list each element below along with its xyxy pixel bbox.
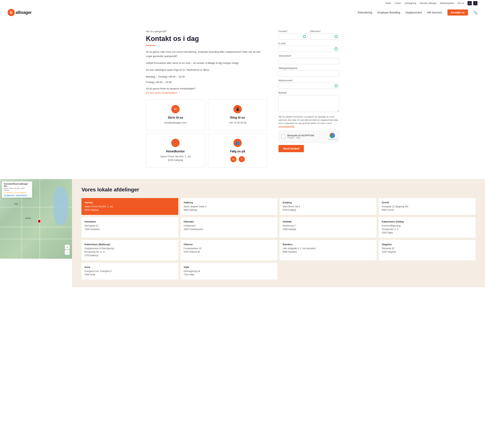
map-col: Aarhus Tilst Lystrup Konsulentthuset bal… bbox=[0, 179, 72, 259]
linkedin-icon[interactable]: in bbox=[468, 1, 472, 5]
nav-outplacement[interactable]: Outplacement bbox=[405, 11, 422, 14]
office-holbaek-name: Holbæk bbox=[283, 220, 374, 223]
office-slagelse-name: Slagelse bbox=[382, 243, 472, 246]
office-odense-addr: Forskerparken 10 bbox=[183, 247, 274, 250]
offices-row-3: København (Ballerup) Outplacement & Rekr… bbox=[81, 240, 476, 260]
logo[interactable]: b allisager bbox=[8, 9, 32, 16]
zoom-in-button[interactable]: + bbox=[65, 245, 70, 250]
contact-subtitle: Har du spørgsmål? bbox=[146, 30, 267, 33]
office-grena-addr: Korsgade 22 (Bygning 26) bbox=[382, 205, 472, 208]
office-holstebro[interactable]: Holstebro Nørregade 51 7500 Holstebro bbox=[81, 217, 178, 238]
office-grena-city: 8500 Grenå bbox=[382, 208, 472, 212]
virksomhed-group: Virksomhed* bbox=[278, 55, 339, 64]
office-kbh-valby[interactable]: København (Valby) Karriererådgivning: To… bbox=[379, 217, 476, 238]
search-button[interactable]: 🔍 bbox=[473, 10, 477, 15]
facebook-social-icon[interactable]: f bbox=[239, 156, 245, 162]
find-member-text: Vil du gerne finde en bestemt medarbejde… bbox=[146, 87, 267, 90]
mobilnummer-teal-icon: ⌃ bbox=[334, 84, 338, 87]
send-button[interactable]: Send besked bbox=[278, 145, 304, 152]
contact-hours2: Fredag | 08.00 – 15.00 bbox=[146, 80, 267, 85]
office-randers-name: Randers bbox=[283, 243, 374, 246]
virksomhed-input[interactable] bbox=[278, 58, 339, 64]
linkedin-social-icon[interactable]: in bbox=[230, 156, 236, 162]
facebook-icon[interactable]: f bbox=[473, 1, 477, 5]
office-kbh-valby-city: 2500 Valby bbox=[382, 231, 472, 235]
recaptcha-box[interactable]: Beskyttet af reCAPTCHA Privatliv - Vilkå… bbox=[278, 131, 339, 142]
map-placeholder: Aarhus Tilst Lystrup Konsulentthuset bal… bbox=[0, 179, 72, 259]
office-aarhus-addr: Søren Frichs Vej 40A, 1. sal bbox=[85, 205, 175, 208]
site-header: b allisager Rekruttering Employer Brandi… bbox=[0, 7, 485, 19]
mobilnummer-input-wrap: ⌃ bbox=[278, 83, 339, 89]
social-card-icon: 👥 bbox=[233, 139, 242, 147]
office-empty-1 bbox=[280, 263, 376, 280]
office-soroe-addr: Energiens hus, Energivej 3 bbox=[85, 270, 175, 273]
map-info-rating: 4.5 ★★★★☆ 64 anmeldelser bbox=[4, 192, 30, 193]
email-teal-icon: ⌃ bbox=[334, 47, 338, 50]
office-esbjerg[interactable]: Esbjerg Niels Bohrs Vej 6 6700 Esbjerg bbox=[280, 198, 376, 215]
office-kbh-ballerup[interactable]: København (Ballerup) Outplacement & Rekr… bbox=[81, 240, 178, 260]
topbar-aktuelle[interactable]: Aktuelle stillinger bbox=[420, 2, 437, 5]
nav-rekruttering[interactable]: Rekruttering bbox=[358, 11, 372, 14]
nav-hr-services[interactable]: HR-Services bbox=[427, 11, 442, 14]
offices-row-4: Sorø Energiens hus, Energivej 3 4180 Sor… bbox=[81, 263, 476, 280]
office-halsnaes-city: 3300 Frederiksverk bbox=[183, 228, 274, 231]
title-underline bbox=[146, 45, 155, 46]
contact-section: Har du spørgsmål? Kontakt os i dag Vil d… bbox=[138, 30, 347, 168]
office-halsnaes[interactable]: Halsnæs Undalsvej 6 3300 Frederiksverk bbox=[181, 217, 277, 238]
nav-kontakt-button[interactable]: Kontakt os bbox=[447, 9, 468, 16]
email-input[interactable] bbox=[278, 46, 339, 52]
logo-text: allisager bbox=[16, 10, 32, 15]
main-nav: Rekruttering Employer Branding Outplacem… bbox=[358, 9, 477, 16]
contact-desc3: Du kan naturligvis også ringe til os. Te… bbox=[146, 68, 267, 72]
phone-card: 📱 Ring til os +45 70 29 40 50 bbox=[208, 99, 267, 130]
recaptcha-checkbox[interactable] bbox=[281, 135, 286, 139]
directions-link[interactable]: Rutevejledning bbox=[16, 194, 27, 196]
office-halsnaes-addr: Undalsvej 6 bbox=[183, 224, 274, 228]
fornavn-input-wrap: ⌃ bbox=[278, 33, 308, 40]
office-slagelse[interactable]: Slagelse Teknikvej 2C 4200 Slagelse bbox=[379, 240, 476, 260]
office-randers[interactable]: Randers Lille Voldgade 9, 2. sal (elevat… bbox=[280, 240, 376, 260]
contact-cards-grid: ✉ Skriv til os info@ballisager.com 📱 Rin… bbox=[146, 99, 267, 168]
office-aalborg-name: Aalborg bbox=[183, 201, 274, 204]
besked-textarea[interactable] bbox=[278, 95, 339, 112]
zoom-out-button[interactable]: − bbox=[65, 250, 70, 255]
topbar-viden[interactable]: Viden bbox=[385, 2, 391, 5]
topbar-om-os[interactable]: Om os bbox=[458, 2, 464, 5]
social-card-title: Følg os på bbox=[230, 150, 245, 153]
office-holbaek-city: 4300 Holbæk bbox=[283, 228, 374, 231]
offices-row-1: Aarhus Søren Frichs Vej 40A, 1. sal 8230… bbox=[81, 198, 476, 215]
office-holstebro-city: 7500 Holstebro bbox=[85, 228, 175, 231]
topbar-cases[interactable]: Cases bbox=[395, 2, 401, 5]
topbar-jobsoegning[interactable]: Jobsøgning bbox=[405, 2, 416, 5]
office-grena[interactable]: Grenå Korsgade 22 (Bygning 26) 8500 Gren… bbox=[379, 198, 476, 215]
email-card-desc[interactable]: info@ballisager.com bbox=[164, 121, 186, 125]
bigger-map-link[interactable]: Vis større kort bbox=[4, 194, 14, 196]
mobilnummer-input[interactable] bbox=[278, 83, 339, 89]
office-holbaek[interactable]: Holbæk Stenhusvej 7 4300 Holbæk bbox=[280, 217, 376, 238]
office-slagelse-addr: Teknikvej 2C bbox=[382, 247, 472, 250]
contact-title: Kontakt os i dag bbox=[146, 35, 267, 42]
office-randers-city: 8900 Randers bbox=[283, 250, 374, 254]
recaptcha-main-label: Beskyttet af reCAPTCHA bbox=[287, 134, 328, 137]
contact-hours1: Mandag – Torsdag | 08.00 – 16.00 bbox=[146, 75, 267, 79]
offices-row-2: Holstebro Nørregade 51 7500 Holstebro Ha… bbox=[81, 217, 476, 238]
find-members-link[interactable]: Se alle vores medarbejdere → bbox=[146, 91, 180, 94]
privacy-link[interactable]: persondatapolitik. bbox=[278, 125, 295, 128]
stillingsbetegnelse-input[interactable] bbox=[278, 70, 339, 77]
office-soroe[interactable]: Sorø Energiens hus, Energivej 3 4180 Sor… bbox=[81, 263, 178, 280]
office-aarhus[interactable]: Aarhus Søren Frichs Vej 40A, 1. sal 8230… bbox=[81, 198, 178, 215]
office-odense[interactable]: Odense Forskerparken 10 5230 Odense M bbox=[181, 240, 277, 260]
office-odense-city: 5230 Odense M bbox=[183, 250, 274, 254]
besked-group: Besked* bbox=[278, 92, 339, 112]
office-holbaek-addr: Stenhusvej 7 bbox=[283, 224, 374, 228]
office-vejle[interactable]: Vejle Hjulmagervej 44 7100 Vejle bbox=[181, 263, 277, 280]
topbar-medarbejdere[interactable]: Medarbejdere bbox=[440, 2, 454, 5]
besked-label: Besked* bbox=[278, 92, 339, 94]
phone-card-icon: 📱 bbox=[233, 105, 242, 113]
office-vejle-city: 7100 Vejle bbox=[183, 273, 274, 277]
nav-employer-branding[interactable]: Employer Branding bbox=[378, 11, 400, 14]
office-aalborg[interactable]: Aalborg Sankt Jørgens Gade 3 9000 Aalbor… bbox=[181, 198, 277, 215]
office-vejle-addr: Hjulmagervej 44 bbox=[183, 270, 274, 273]
efternavn-input-wrap: ⌃ bbox=[310, 33, 339, 40]
top-bar: Viden Cases Jobsøgning Aktuelle stilling… bbox=[0, 0, 485, 7]
